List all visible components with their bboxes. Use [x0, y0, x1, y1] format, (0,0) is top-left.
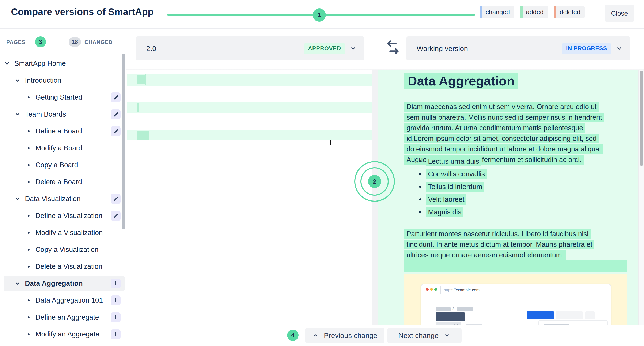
version-selector-left[interactable]: 2.0 APPROVED [136, 36, 364, 61]
pane-top-shadow [126, 69, 644, 70]
sidebar-item-label: Modify a Visualization [36, 229, 103, 237]
diff-legend: changedaddeddeleted [480, 6, 585, 18]
bullet-item: Tellus id interdum [419, 181, 487, 193]
header-divider [0, 28, 644, 29]
sidebar-item-delete-a-board[interactable]: Delete a Board [0, 174, 126, 190]
chevron-down-icon [616, 45, 623, 52]
added-text-line: ultrices neque ornare aenean euismod ele… [404, 250, 566, 260]
sidebar-item-define-a-visualization[interactable]: Define a Visualization [0, 207, 126, 224]
sidebar-scrollbar-thumb[interactable] [122, 54, 125, 230]
mock-breadcrumb-bar [436, 307, 450, 311]
changed-color-swatch [480, 6, 482, 18]
left-pane-added-block [137, 131, 150, 140]
added-spacer-block [404, 260, 627, 272]
content-scrollbar-thumb[interactable] [640, 71, 643, 166]
bullet-icon [28, 215, 30, 217]
bullet-icon [28, 232, 30, 234]
chevron-down-icon [350, 45, 357, 52]
sidebar-item-label: Copy a Board [36, 161, 78, 169]
added-text-line: sem nulla pharetra. Mollis nunc sed id s… [404, 112, 604, 122]
bullet-item: Convallis convallis [419, 168, 487, 181]
mock-secondary-button [556, 311, 583, 319]
compare-versions-dialog: Compare versions of SmartApp 1 changedad… [0, 0, 644, 346]
sidebar-item-data-aggregation[interactable]: Data Aggregation+ [0, 275, 126, 292]
sidebar-item-smartapp-home[interactable]: SmartApp Home [0, 55, 126, 72]
working-version-pane: Data Aggregation Diam maecenas sed enim … [378, 70, 638, 325]
sidebar-item-define-a-board[interactable]: Define a Board [0, 123, 126, 140]
status-badge-in-progress: IN PROGRESS [562, 43, 611, 54]
paragraph: Parturient montes nascetur ridiculus. Li… [404, 229, 594, 261]
changed-label: CHANGED [84, 39, 112, 45]
added-bullet-text: Tellus id interdum [426, 182, 484, 192]
legend-chip-changed: changed [480, 6, 514, 18]
bullet-icon [419, 173, 421, 175]
page-title: Compare versions of SmartApp [11, 6, 154, 17]
content-heading: Data Aggregation [404, 73, 518, 89]
chevron-down-icon[interactable] [14, 195, 21, 202]
added-plus-icon[interactable]: + [111, 295, 120, 305]
sidebar-item-delete-a-visualization[interactable]: Delete a Visualization [0, 258, 126, 275]
sidebar-item-copy-a-visualization[interactable]: Copy a Visualization [0, 241, 126, 258]
changed-count-badge: 18 [68, 37, 81, 47]
text-caret [330, 140, 331, 145]
mock-icon-button [585, 311, 594, 319]
sidebar-item-modify-a-visualization[interactable]: Modify a Visualization [0, 224, 126, 241]
traffic-light-green-icon [434, 288, 437, 291]
chevron-up-icon [312, 332, 319, 339]
mock-title-block [436, 312, 464, 321]
bullet-icon [419, 211, 421, 213]
added-plus-icon[interactable]: + [111, 329, 120, 339]
added-text-line: Parturient montes nascetur ridiculus. Li… [404, 229, 590, 239]
added-text-line: gravida rutrum. At urna condimentum matt… [404, 123, 585, 133]
added-plus-icon[interactable]: + [111, 312, 120, 322]
close-button[interactable]: Close [604, 5, 634, 22]
traffic-light-yellow-icon [430, 288, 433, 291]
sidebar-item-getting-started[interactable]: Getting Started [0, 89, 126, 106]
sidebar-item-label: Data Visualization [25, 195, 81, 203]
edited-pencil-icon[interactable] [111, 126, 120, 136]
page-tree: SmartApp HomeIntroductionGetting Started… [0, 55, 126, 346]
chevron-down-icon[interactable] [14, 111, 21, 118]
sidebar-item-data-aggregation-101[interactable]: Data Aggregation 101+ [0, 292, 126, 309]
sidebar-item-label: Copy a Visualization [36, 246, 98, 254]
sidebar-item-data-visualization[interactable]: Data Visualization [0, 190, 126, 207]
version-left-name: 2.0 [146, 44, 304, 53]
edited-pencil-icon[interactable] [111, 194, 120, 204]
chevron-down-icon[interactable] [14, 77, 21, 84]
onboarding-step-1-badge: 1 [313, 9, 326, 22]
sidebar-item-label: Modify an Aggregate [36, 330, 100, 338]
left-pane-added-band [127, 74, 372, 86]
added-color-swatch [520, 6, 522, 18]
bullet-list: Lectus urna duisConvallis convallisTellu… [419, 155, 487, 219]
sidebar-item-team-boards[interactable]: Team Boards [0, 106, 126, 123]
sidebar-item-label: Modify a Board [36, 144, 82, 152]
bullet-item: Lectus urna duis [419, 155, 487, 168]
sidebar-item-label: Define an Aggregate [36, 313, 99, 321]
sidebar-item-define-an-aggregate[interactable]: Define an Aggregate+ [0, 309, 126, 326]
added-bullet-text: Lectus urna duis [426, 156, 481, 166]
bullet-icon [28, 266, 30, 268]
edited-pencil-icon[interactable] [111, 92, 120, 102]
mock-url-scheme: https:// [444, 288, 456, 292]
mock-card-bar [544, 323, 569, 325]
bullet-icon [28, 147, 30, 149]
sidebar-item-modify-a-board[interactable]: Modify a Board [0, 140, 126, 156]
sidebar-item-introduction[interactable]: Introduction [0, 72, 126, 89]
bullet-icon [28, 181, 30, 183]
sidebar-item-copy-a-board[interactable]: Copy a Board [0, 156, 126, 174]
added-text-line: tincidunt. In ante metus dictum at tempo… [404, 240, 594, 249]
next-change-button[interactable]: Next change [387, 328, 462, 343]
sidebar-item-modify-an-aggregate[interactable]: Modify an Aggregate+ [0, 326, 126, 342]
added-plus-icon[interactable]: + [111, 279, 120, 288]
chevron-down-icon[interactable] [14, 280, 21, 287]
edited-pencil-icon[interactable] [111, 211, 120, 221]
previous-change-button[interactable]: Previous change [305, 328, 384, 343]
swap-versions-icon[interactable] [384, 40, 402, 57]
sidebar-item-label: Define a Visualization [36, 212, 102, 220]
bullet-icon [28, 164, 30, 166]
version-selector-right[interactable]: Working version IN PROGRESS [406, 36, 630, 61]
added-bullet-text: Magnis dis [426, 207, 464, 217]
chevron-down-icon[interactable] [4, 60, 10, 67]
edited-pencil-icon[interactable] [111, 109, 120, 119]
mock-primary-button [526, 311, 554, 319]
